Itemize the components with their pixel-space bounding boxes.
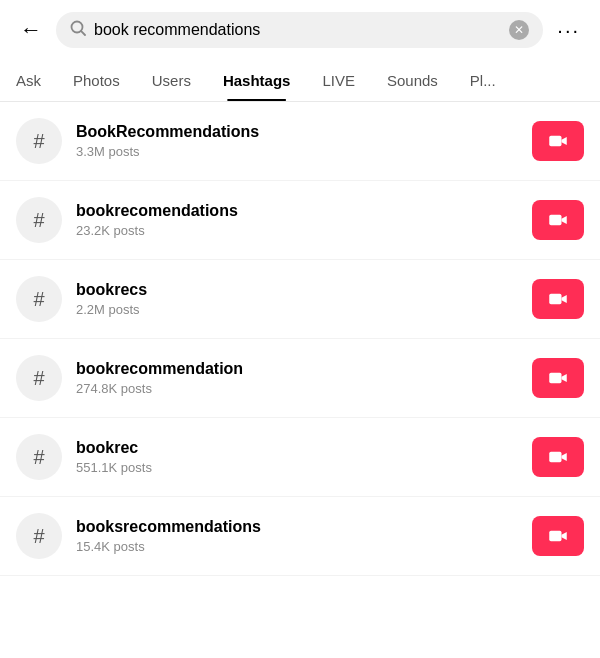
video-button[interactable] <box>532 437 584 477</box>
item-title: bookrecomendations <box>76 202 518 220</box>
clear-icon: ✕ <box>514 23 524 37</box>
item-info: bookrecomendations 23.2K posts <box>76 202 518 238</box>
search-input-value: book recommendations <box>94 21 501 39</box>
item-info: bookrec 551.1K posts <box>76 439 518 475</box>
hashtag-icon: # <box>16 355 62 401</box>
tab-places[interactable]: Pl... <box>454 60 512 101</box>
camera-icon <box>548 529 568 543</box>
item-info: bookrecommendation 274.8K posts <box>76 360 518 396</box>
list-item: # bookrecomendations 23.2K posts <box>0 181 600 260</box>
svg-rect-2 <box>549 136 561 147</box>
tab-users[interactable]: Users <box>136 60 207 101</box>
item-title: bookrec <box>76 439 518 457</box>
svg-line-1 <box>81 31 85 35</box>
item-posts: 23.2K posts <box>76 223 518 238</box>
list-item: # bookrecommendation 274.8K posts <box>0 339 600 418</box>
item-title: bookrecs <box>76 281 518 299</box>
hashtag-icon: # <box>16 513 62 559</box>
video-button[interactable] <box>532 121 584 161</box>
camera-icon <box>548 450 568 464</box>
back-icon: ← <box>20 17 42 42</box>
tab-live[interactable]: LIVE <box>306 60 371 101</box>
hashtag-icon: # <box>16 118 62 164</box>
list-item: # booksrecommendations 15.4K posts <box>0 497 600 576</box>
results-list: # BookRecommendations 3.3M posts # bookr… <box>0 102 600 576</box>
item-info: booksrecommendations 15.4K posts <box>76 518 518 554</box>
item-title: booksrecommendations <box>76 518 518 536</box>
svg-rect-6 <box>549 452 561 463</box>
list-item: # bookrec 551.1K posts <box>0 418 600 497</box>
item-posts: 551.1K posts <box>76 460 518 475</box>
item-posts: 15.4K posts <box>76 539 518 554</box>
camera-icon <box>548 292 568 306</box>
clear-search-button[interactable]: ✕ <box>509 20 529 40</box>
camera-icon <box>548 371 568 385</box>
video-button[interactable] <box>532 200 584 240</box>
search-icon <box>70 20 86 40</box>
tab-sounds[interactable]: Sounds <box>371 60 454 101</box>
hashtag-icon: # <box>16 434 62 480</box>
search-bar: book recommendations ✕ <box>56 12 543 48</box>
list-item: # BookRecommendations 3.3M posts <box>0 102 600 181</box>
svg-rect-4 <box>549 294 561 305</box>
tab-hashtags[interactable]: Hashtags <box>207 60 307 101</box>
item-posts: 274.8K posts <box>76 381 518 396</box>
video-button[interactable] <box>532 516 584 556</box>
back-button[interactable]: ← <box>16 13 46 47</box>
svg-rect-5 <box>549 373 561 384</box>
svg-rect-7 <box>549 531 561 542</box>
item-title: BookRecommendations <box>76 123 518 141</box>
header: ← book recommendations ✕ ··· <box>0 0 600 60</box>
item-posts: 2.2M posts <box>76 302 518 317</box>
video-button[interactable] <box>532 358 584 398</box>
more-icon: ··· <box>557 19 580 41</box>
hashtag-icon: # <box>16 276 62 322</box>
camera-icon <box>548 134 568 148</box>
item-title: bookrecommendation <box>76 360 518 378</box>
list-item: # bookrecs 2.2M posts <box>0 260 600 339</box>
item-info: BookRecommendations 3.3M posts <box>76 123 518 159</box>
svg-rect-3 <box>549 215 561 226</box>
item-info: bookrecs 2.2M posts <box>76 281 518 317</box>
tab-ask[interactable]: Ask <box>0 60 57 101</box>
tab-photos[interactable]: Photos <box>57 60 136 101</box>
video-button[interactable] <box>532 279 584 319</box>
more-options-button[interactable]: ··· <box>553 15 584 46</box>
camera-icon <box>548 213 568 227</box>
hashtag-icon: # <box>16 197 62 243</box>
tabs-bar: AskPhotosUsersHashtagsLIVESoundsPl... <box>0 60 600 102</box>
item-posts: 3.3M posts <box>76 144 518 159</box>
